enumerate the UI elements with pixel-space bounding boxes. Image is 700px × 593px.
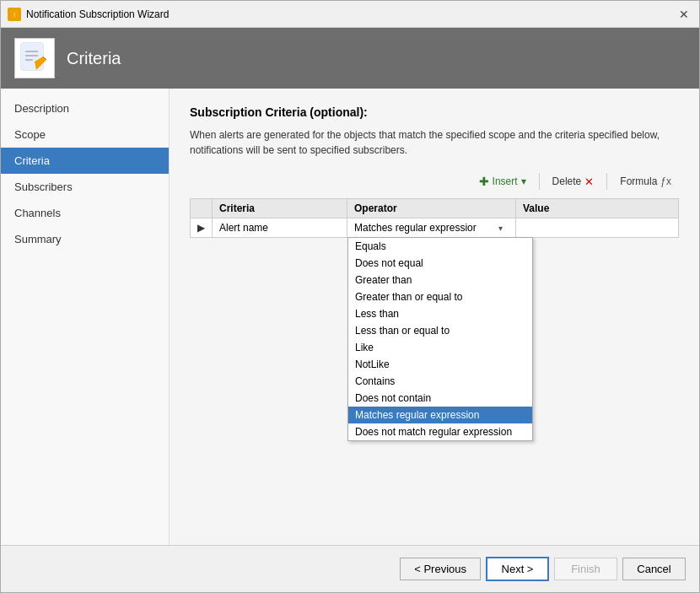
section-title: Subscription Criteria (optional): [190,105,679,119]
dropdown-item-like[interactable]: Like [348,339,532,356]
formula-button[interactable]: Formula ƒx [612,172,679,191]
previous-button[interactable]: < Previous [400,558,481,580]
body: Description Scope Criteria Subscribers C… [1,89,699,545]
sidebar-item-description[interactable]: Description [1,95,169,121]
titlebar: ! Notification Subscription Wizard ✕ [1,1,699,28]
close-button[interactable]: ✕ [676,6,692,23]
criteria-cell: Alert name [213,218,347,238]
delete-x-icon: ✕ [584,175,594,188]
header-banner: Criteria [1,28,699,89]
header-title: Criteria [67,49,121,68]
col-header-operator: Operator [347,199,516,218]
row-arrow: ▶ [191,218,213,238]
insert-dropdown-arrow: ▾ [521,175,526,187]
sidebar-item-scope[interactable]: Scope [1,121,169,148]
col-header-arrow [191,199,213,218]
dropdown-item-less-than[interactable]: Less than [348,305,532,322]
col-header-value: Value [516,199,679,218]
operator-select-wrapper: Matches regular expressior ▾ [354,222,506,234]
dropdown-item-does-not-equal[interactable]: Does not equal [348,255,532,272]
sidebar-item-subscribers[interactable]: Subscribers [1,174,169,200]
plus-icon: ✚ [479,175,489,188]
sidebar-item-criteria[interactable]: Criteria [1,148,169,174]
operator-display: Matches regular expressior [354,222,477,234]
window-title: Notification Subscription Wizard [26,8,676,20]
operator-dropdown-arrow: ▾ [498,224,503,233]
dropdown-item-less-than-or-equal[interactable]: Less than or equal to [348,322,532,339]
value-cell [516,218,679,238]
app-icon: ! [8,8,21,21]
dropdown-item-greater-than[interactable]: Greater than [348,272,532,288]
header-icon [14,38,55,78]
operator-dropdown-list[interactable]: Equals Does not equal Greater than Great… [347,237,533,441]
next-button[interactable]: Next > [486,557,549,581]
main-window: ! Notification Subscription Wizard ✕ Cri… [0,0,700,593]
toolbar-divider-2 [606,173,607,190]
dropdown-item-equals[interactable]: Equals [348,238,532,255]
delete-label: Delete [552,175,582,187]
col-header-criteria: Criteria [213,199,347,218]
dropdown-item-does-not-contain[interactable]: Does not contain [348,390,532,407]
delete-button[interactable]: Delete ✕ [545,172,602,191]
toolbar: ✚ Insert ▾ Delete ✕ Formula ƒx [190,171,679,191]
dropdown-item-contains[interactable]: Contains [348,373,532,390]
insert-button[interactable]: ✚ Insert ▾ [471,171,534,191]
sidebar-item-summary[interactable]: Summary [1,226,169,252]
svg-text:!: ! [13,11,15,19]
toolbar-divider-1 [539,173,540,190]
dropdown-item-greater-than-or-equal[interactable]: Greater than or equal to [348,288,532,305]
criteria-table: Criteria Operator Value ▶ Alert name Mat [190,198,679,238]
operator-cell[interactable]: Matches regular expressior ▾ Equals Does… [347,218,516,238]
dropdown-item-does-not-match-regex[interactable]: Does not match regular expression [348,423,532,440]
finish-button[interactable]: Finish [554,558,617,580]
description-text: When alerts are generated for the object… [190,127,679,158]
insert-label: Insert [493,175,518,187]
dropdown-item-matches-regex[interactable]: Matches regular expression [348,407,532,423]
criteria-value: Alert name [219,222,268,234]
dropdown-item-notlike[interactable]: NotLike [348,356,532,373]
cancel-button[interactable]: Cancel [622,558,686,580]
formula-label: Formula [620,175,657,187]
sidebar-item-channels[interactable]: Channels [1,200,169,226]
main-content: Subscription Criteria (optional): When a… [170,89,699,545]
sidebar: Description Scope Criteria Subscribers C… [1,89,170,545]
formula-icon: ƒx [660,175,671,187]
table-row: ▶ Alert name Matches regular expressior … [191,218,679,238]
footer: < Previous Next > Finish Cancel [1,545,699,592]
